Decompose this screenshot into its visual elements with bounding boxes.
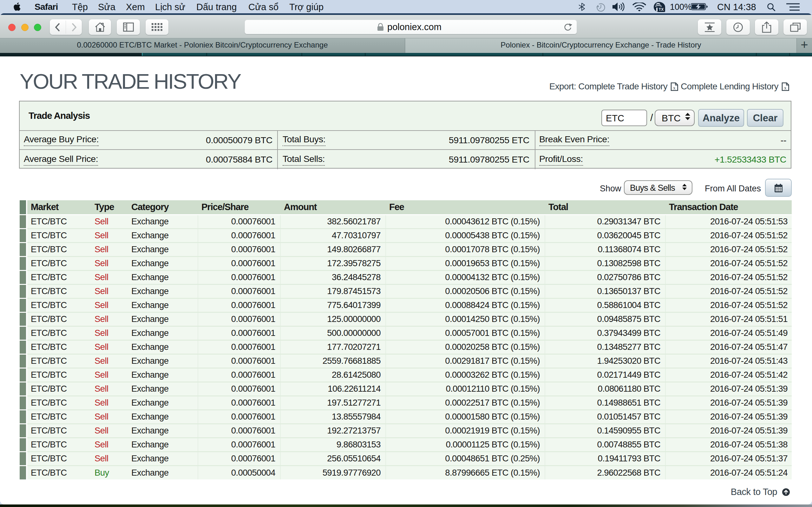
svg-text:x: x xyxy=(673,85,676,90)
svg-text:TX: TX xyxy=(659,7,664,12)
svg-text:x: x xyxy=(784,85,786,90)
